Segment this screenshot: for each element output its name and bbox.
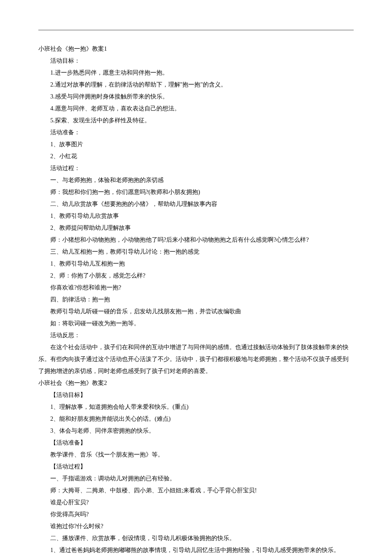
text-line: 四、韵律活动：抱一抱 [38,294,354,306]
text-line: 活动过程： [38,162,354,174]
text-line: 2.通过对故事的理解，在韵律活动的帮助下，理解"抱一抱"的含义。 [38,79,354,91]
text-line: 谁是心肝宝贝? [38,497,354,509]
text-line: 2、教师提问帮助幼儿理解故事 [38,222,354,234]
text-line: 2、师：你抱了小朋友，感觉怎么样? [38,270,354,282]
text-line: 1、教师引导幼儿互相抱一抱 [38,258,354,270]
text-line: 1、理解故事，知道拥抱会给人带来爱和快乐。(重点) [38,401,354,413]
text-line: 师：我想和你们抱一抱，你们愿意吗?(教师和小朋友拥抱) [38,186,354,198]
text-line: 二、播放课件、欣赏故事，创设情境，引导幼儿积极体验拥抱的快乐。 [38,532,354,544]
text-line: 3、体会与老师、同伴亲密拥抱的快乐。 [38,425,354,437]
text-line: 1、通过爸爸妈妈老师拥抱嘟嘟熊的故事情境，引导幼儿回忆生活中拥抱经验，引导幼儿感… [38,544,354,555]
text-line: 2、能和好朋友拥抱并能说出关心的话。(难点) [38,413,354,425]
text-line: 如：将歌词碰一碰改为抱一抱等。 [38,318,354,330]
text-line: 谁抱过你?什么时候? [38,520,354,532]
text-line: 活动目标： [38,55,354,67]
text-line: 4.愿意与同伴、老师互动，喜欢表达自己的想法。 [38,103,354,115]
document-body: 小班社会《抱一抱》教案1活动目标：1.进一步熟悉同伴，愿意主动和同伴抱一抱。2.… [38,43,354,555]
text-line: 三、幼儿互相抱一抱，教师引导幼儿讨论：抱一抱的感觉 [38,246,354,258]
text-line: 一、与老师抱抱，体验和老师抱抱的亲切感 [38,174,354,186]
text-line: 小班社会《抱一抱》教案2 [38,377,354,389]
text-line: 在这个社会活动中，孩子们在和同伴的互动中增进了与同伴间的感情。也通过接触活动体验… [38,341,354,377]
text-line: 1.进一步熟悉同伴，愿意主动和同伴抱一抱。 [38,67,354,79]
text-line: 1、教师引导幼儿欣赏故事 [38,210,354,222]
text-line: 活动准备： [38,127,354,139]
text-line: 师：小猪想和小动物抱抱，小动物抱他了吗?后来小猪和小动物抱抱之后有什么感觉啊?心… [38,234,354,246]
text-line: 3.感受与同伴拥抱时身体接触所带来的快乐。 [38,91,354,103]
text-line: 5.探索、发现生活中的多样性及特征。 [38,115,354,127]
text-line: 【活动目标】 [38,389,354,401]
text-line: 1、故事图片 [38,139,354,150]
text-line: 【活动过程】 [38,461,354,473]
text-line: 教学课件、音乐《找一个朋友抱一抱》等。 [38,449,354,461]
document-page: 小班社会《抱一抱》教案1活动目标：1.进一步熟悉同伴，愿意主动和同伴抱一抱。2.… [0,0,392,555]
text-line: 你觉得高兴吗? [38,509,354,520]
top-divider [38,30,354,30]
text-line: 活动反思： [38,330,354,341]
text-line: 一、手指谣游戏：调动幼儿对拥抱的已有经验。 [38,473,354,485]
text-line: 教师引导幼儿听碰一碰的音乐，启发幼儿找朋友抱一抱，并尝试改编歌曲 [38,306,354,318]
text-line: 小班社会《抱一抱》教案1 [38,43,354,55]
text-line: 2、小红花 [38,150,354,162]
text-line: 师：大拇哥、二拇弟、中鼓楼、四小弟、五小妞妞;来看戏，手心手背心肝宝贝! [38,485,354,497]
text-line: 你喜欢谁?你想和谁抱一抱? [38,282,354,294]
text-line: 二、幼儿欣赏故事《想要抱抱的小猪》，帮助幼儿理解故事内容 [38,198,354,210]
text-line: 【活动准备】 [38,437,354,449]
